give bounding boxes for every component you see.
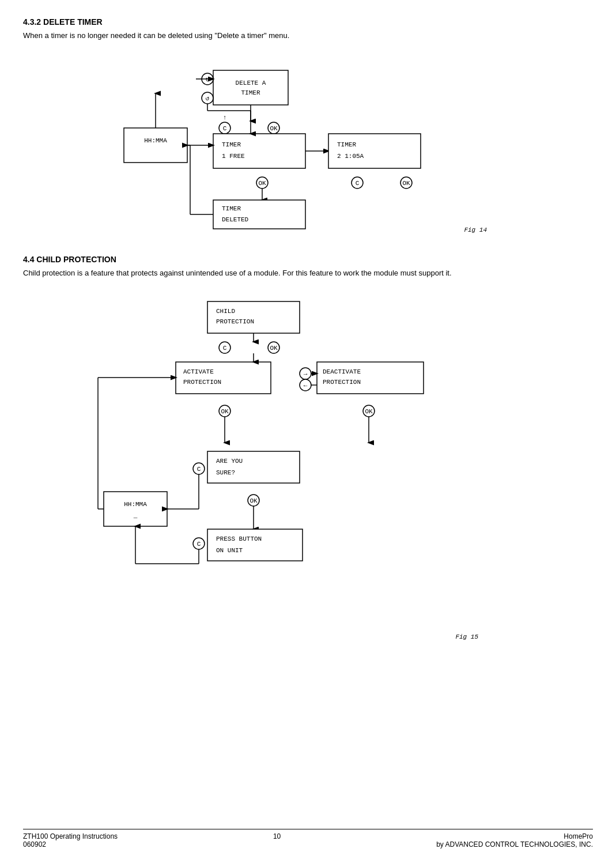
svg-rect-88	[207, 529, 303, 561]
svg-text:1        FREE: 1 FREE	[222, 153, 245, 160]
svg-rect-0	[124, 128, 187, 163]
diagram-child-protection: CHILD PROTECTION C OK → ACTIVATE PROTECT…	[23, 290, 593, 647]
svg-text:PRESS BUTTON: PRESS BUTTON	[216, 535, 262, 542]
footer-left: ZTH100 Operating Instructions 060902	[23, 832, 118, 848]
svg-text:↑: ↑	[222, 114, 226, 121]
svg-text:←: ←	[303, 382, 307, 389]
svg-text:OK: OK	[365, 408, 373, 415]
svg-text:Fig  15: Fig 15	[455, 633, 478, 640]
section-heading-1: 4.3.2 DELETE TIMER	[23, 17, 593, 27]
footer-product-name: HomePro	[436, 832, 593, 840]
svg-text:↻: ↻	[205, 76, 209, 83]
svg-text:OK: OK	[258, 180, 266, 187]
svg-text:TIMER: TIMER	[222, 141, 241, 148]
svg-text:HH:MMA: HH:MMA	[124, 501, 147, 508]
svg-text:DELETED: DELETED	[222, 216, 249, 223]
svg-text:DEACTIVATE: DEACTIVATE	[323, 368, 361, 375]
svg-text:OK: OK	[221, 408, 229, 415]
svg-rect-20	[328, 134, 421, 168]
svg-text:ACTIVATE: ACTIVATE	[183, 368, 214, 375]
diagram-delete-timer: HH:MMA DELETE A TIMER ↻ ↑ C	[23, 53, 593, 237]
section-text-1: When a timer is no longer needed it can …	[23, 30, 593, 42]
svg-text:C: C	[196, 541, 201, 548]
diagram1-svg: HH:MMA DELETE A TIMER ↻ ↑ C	[107, 53, 510, 237]
svg-text:OK: OK	[270, 125, 278, 132]
footer-right: HomePro by ADVANCED CONTROL TECHNOLOGIES…	[436, 832, 593, 848]
svg-rect-44	[207, 301, 300, 333]
svg-text:→: →	[303, 371, 307, 378]
section-heading-2: 4.4 CHILD PROTECTION	[23, 255, 593, 264]
svg-rect-57	[317, 362, 424, 394]
svg-text:PROTECTION: PROTECTION	[323, 379, 361, 386]
svg-rect-54	[176, 362, 271, 394]
svg-text:C: C	[222, 345, 226, 352]
page-content: 4.3.2 DELETE TIMER When a timer is no lo…	[23, 17, 593, 647]
svg-text:↺: ↺	[205, 95, 209, 102]
svg-rect-70	[104, 492, 167, 526]
svg-rect-16	[213, 134, 305, 168]
footer-doc-number: 060902	[23, 840, 118, 848]
svg-rect-30	[213, 200, 305, 229]
svg-text:TIMER: TIMER	[337, 141, 356, 148]
section-text-2: Child protection is a feature that prote…	[23, 267, 593, 279]
svg-text:OK: OK	[402, 180, 410, 187]
svg-text:C: C	[222, 125, 226, 132]
svg-text:TIMER: TIMER	[241, 89, 260, 96]
svg-text:ON UNIT: ON UNIT	[216, 547, 243, 554]
svg-rect-75	[207, 451, 300, 483]
svg-text:2        1:05A: 2 1:05A	[337, 153, 364, 160]
svg-text:OK: OK	[250, 497, 258, 504]
footer: ZTH100 Operating Instructions 060902 10 …	[23, 829, 593, 848]
diagram2-svg: CHILD PROTECTION C OK → ACTIVATE PROTECT…	[92, 290, 524, 647]
svg-text:_: _	[133, 512, 137, 519]
svg-text:CHILD: CHILD	[216, 308, 235, 315]
footer-doc-name: ZTH100 Operating Instructions	[23, 832, 118, 840]
svg-text:Fig  14: Fig 14	[464, 227, 487, 233]
section-child-protection: 4.4 CHILD PROTECTION Child protection is…	[23, 255, 593, 648]
svg-text:C: C	[355, 180, 359, 187]
footer-page-number: 10	[273, 832, 281, 848]
svg-text:ARE YOU: ARE YOU	[216, 458, 243, 465]
svg-rect-3	[213, 70, 288, 105]
svg-text:PROTECTION: PROTECTION	[183, 379, 221, 386]
section-delete-timer: 4.3.2 DELETE TIMER When a timer is no lo…	[23, 17, 593, 237]
svg-text:HH:MMA: HH:MMA	[144, 137, 167, 144]
svg-text:C: C	[196, 466, 201, 473]
svg-text:DELETE A: DELETE A	[235, 80, 266, 86]
svg-text:OK: OK	[270, 345, 278, 352]
svg-text:TIMER: TIMER	[222, 205, 241, 212]
footer-company: by ADVANCED CONTROL TECHNOLOGIES, INC.	[436, 840, 593, 848]
svg-text:SURE?: SURE?	[216, 469, 235, 476]
svg-text:PROTECTION: PROTECTION	[216, 318, 254, 325]
